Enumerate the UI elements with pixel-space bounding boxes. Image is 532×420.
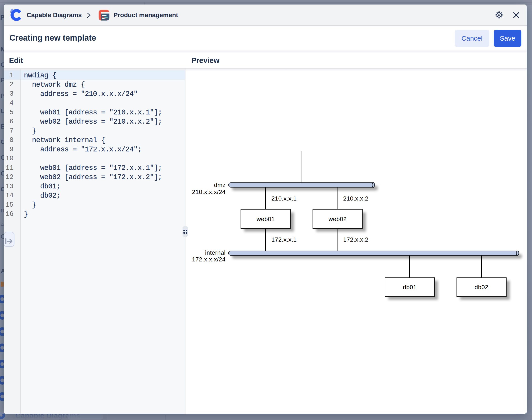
svg-text:dmz: dmz	[214, 181, 226, 188]
svg-text:210.x.x.x/24: 210.x.x.x/24	[192, 189, 226, 195]
svg-text:210.x.x.2: 210.x.x.2	[343, 195, 368, 202]
svg-text:internal: internal	[205, 249, 226, 256]
svg-text:db01: db01	[403, 284, 417, 290]
svg-text:210.x.x.1: 210.x.x.1	[272, 195, 297, 202]
svg-text:172.x.x.2: 172.x.x.2	[343, 236, 368, 243]
svg-text:db02: db02	[475, 284, 488, 290]
svg-text:web02: web02	[328, 216, 347, 222]
svg-text:web01: web01	[256, 216, 275, 222]
svg-text:172.x.x.x/24: 172.x.x.x/24	[192, 256, 226, 263]
svg-text:172.x.x.1: 172.x.x.1	[272, 236, 297, 243]
